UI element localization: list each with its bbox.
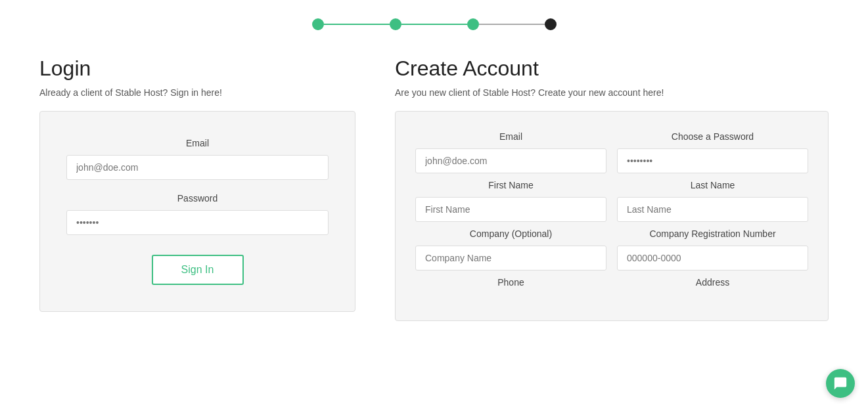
- name-row: First Name Last Name: [415, 180, 808, 222]
- create-title: Create Account: [395, 56, 829, 81]
- main-content: Login Already a client of Stable Host? S…: [0, 56, 868, 321]
- company-label: Company (Optional): [415, 228, 606, 239]
- last-name-group: Last Name: [617, 180, 808, 222]
- company-input[interactable]: [415, 246, 606, 270]
- first-name-label: First Name: [415, 180, 606, 190]
- create-password-label: Choose a Password: [617, 131, 808, 142]
- step-4-dot: [545, 18, 557, 30]
- chat-widget[interactable]: [826, 369, 855, 398]
- company-group: Company (Optional): [415, 228, 606, 270]
- login-email-input[interactable]: [66, 155, 329, 180]
- step-line-3: [479, 24, 545, 25]
- email-password-row: Email Choose a Password: [415, 131, 808, 173]
- login-password-input[interactable]: [66, 210, 329, 235]
- create-password-group: Choose a Password: [617, 131, 808, 173]
- step-2-dot: [390, 18, 401, 30]
- address-label: Address: [617, 277, 808, 288]
- company-reg-group: Company Registration Number: [617, 228, 808, 270]
- address-group: Address: [617, 277, 808, 294]
- step-line-1: [324, 24, 390, 25]
- create-email-label: Email: [415, 131, 606, 142]
- create-subtitle: Are you new client of Stable Host? Creat…: [395, 87, 829, 98]
- login-card: Email Password Sign In: [39, 111, 355, 312]
- login-email-label: Email: [66, 138, 329, 148]
- company-reg-input[interactable]: [617, 246, 808, 270]
- login-section: Login Already a client of Stable Host? S…: [39, 56, 382, 312]
- progress-bar: [0, 0, 868, 56]
- phone-address-row: Phone Address: [415, 277, 808, 294]
- phone-group: Phone: [415, 277, 606, 294]
- chat-icon: [833, 376, 848, 391]
- login-password-label: Password: [66, 193, 329, 204]
- create-email-input[interactable]: [415, 148, 606, 173]
- last-name-input[interactable]: [617, 197, 808, 222]
- login-password-group: Password: [66, 193, 329, 235]
- login-subtitle: Already a client of Stable Host? Sign in…: [39, 87, 355, 98]
- create-email-group: Email: [415, 131, 606, 173]
- create-password-input[interactable]: [617, 148, 808, 173]
- phone-label: Phone: [415, 277, 606, 288]
- login-title: Login: [39, 56, 355, 81]
- last-name-label: Last Name: [617, 180, 808, 190]
- company-row: Company (Optional) Company Registration …: [415, 228, 808, 270]
- sign-in-button[interactable]: Sign In: [152, 255, 244, 285]
- step-3-dot: [467, 18, 479, 30]
- step-1-dot: [312, 18, 324, 30]
- step-line-2: [401, 24, 467, 25]
- company-reg-label: Company Registration Number: [617, 228, 808, 239]
- first-name-input[interactable]: [415, 197, 606, 222]
- create-card: Email Choose a Password First Name Last …: [395, 111, 829, 321]
- first-name-group: First Name: [415, 180, 606, 222]
- login-email-group: Email: [66, 138, 329, 180]
- create-account-section: Create Account Are you new client of Sta…: [382, 56, 829, 321]
